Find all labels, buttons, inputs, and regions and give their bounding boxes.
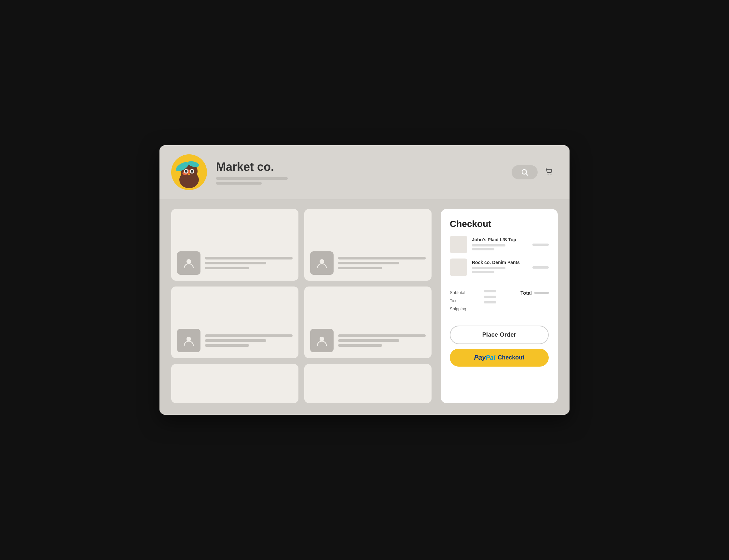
checkout-title: Checkout <box>450 219 549 229</box>
product-line <box>205 257 293 259</box>
cart-item-detail-line <box>472 248 494 250</box>
cart-item-name: Rock co. Denim Pants <box>472 260 528 265</box>
product-line <box>338 257 426 259</box>
tax-label: Tax <box>450 298 466 303</box>
paypal-pal-text: Pal <box>485 354 495 361</box>
svg-point-8 <box>191 170 193 173</box>
paypal-checkout-button[interactable]: PayPal Checkout <box>450 349 549 367</box>
svg-line-11 <box>526 174 528 176</box>
header-subtitle-line2 <box>216 182 262 185</box>
product-line <box>205 339 266 342</box>
product-line <box>338 334 426 337</box>
svg-point-17 <box>320 337 324 341</box>
product-lines <box>338 334 426 347</box>
store-name: Market co. <box>216 160 502 174</box>
cart-item-price <box>532 244 549 246</box>
cart-item-detail-line <box>472 244 505 246</box>
search-icon <box>521 168 528 176</box>
person-icon <box>183 257 195 269</box>
product-card[interactable] <box>304 209 431 281</box>
product-grid <box>171 209 431 403</box>
order-summary: Subtotal Tax Shipping Total <box>450 284 549 318</box>
product-line <box>338 339 399 342</box>
paypal-logo: PayPal <box>474 354 496 361</box>
product-avatar <box>310 251 334 275</box>
product-lines <box>205 257 293 269</box>
cart-item-thumbnail <box>450 259 467 276</box>
cart-item: John's Plaid L/S Top <box>450 236 549 253</box>
cart-item-details: John's Plaid L/S Top <box>472 237 528 252</box>
header: Market co. <box>160 145 569 199</box>
product-card[interactable] <box>304 364 431 403</box>
svg-point-6 <box>185 170 188 173</box>
cart-item-price <box>532 266 549 269</box>
cart-item-name: John's Plaid L/S Top <box>472 237 528 242</box>
product-avatar <box>310 329 334 352</box>
svg-point-12 <box>548 175 549 175</box>
product-card[interactable] <box>304 287 431 358</box>
total-label: Total <box>520 290 532 296</box>
product-card[interactable] <box>171 364 299 403</box>
svg-point-15 <box>320 259 324 264</box>
person-icon <box>316 335 328 346</box>
product-card[interactable] <box>171 287 299 358</box>
paypal-pay-text: Pay <box>474 354 486 361</box>
main-content: Checkout John's Plaid L/S Top Rock co. D <box>160 199 569 415</box>
product-line <box>205 344 249 347</box>
svg-point-16 <box>187 337 191 341</box>
paypal-checkout-label: Checkout <box>496 354 524 361</box>
cart-button[interactable] <box>544 167 554 178</box>
cart-item-details: Rock co. Denim Pants <box>472 260 528 275</box>
header-title-area: Market co. <box>216 160 502 185</box>
cart-item-detail-line <box>472 271 494 273</box>
product-line <box>338 262 399 264</box>
cart-item-detail-line <box>472 267 505 269</box>
product-lines <box>205 334 293 347</box>
cart-items: John's Plaid L/S Top Rock co. Denim Pant… <box>450 236 549 276</box>
person-icon <box>183 335 195 346</box>
product-line <box>205 267 249 269</box>
total-value <box>534 292 549 294</box>
product-line <box>338 267 382 269</box>
shipping-value <box>484 301 496 303</box>
svg-point-13 <box>551 175 552 175</box>
cart-icon <box>544 167 554 176</box>
shipping-label: Shipping <box>450 306 466 311</box>
store-logo[interactable] <box>171 154 207 190</box>
product-avatar <box>177 329 201 352</box>
header-actions <box>512 165 554 179</box>
cart-item: Rock co. Denim Pants <box>450 259 549 276</box>
header-subtitle-line1 <box>216 177 288 180</box>
product-lines <box>338 257 426 269</box>
product-line <box>338 344 382 347</box>
cart-item-thumbnail <box>450 236 467 253</box>
product-card[interactable] <box>171 209 299 281</box>
checkout-panel: Checkout John's Plaid L/S Top Rock co. D <box>441 209 558 403</box>
search-button[interactable] <box>512 165 538 179</box>
product-avatar <box>177 251 201 275</box>
tax-value <box>484 296 496 298</box>
place-order-button[interactable]: Place Order <box>450 326 549 344</box>
subtotal-label: Subtotal <box>450 290 466 295</box>
subtotal-value <box>484 290 496 292</box>
product-line <box>205 262 266 264</box>
person-icon <box>316 257 328 269</box>
browser-window: Market co. <box>160 145 569 415</box>
svg-point-14 <box>187 259 191 264</box>
product-line <box>205 334 293 337</box>
